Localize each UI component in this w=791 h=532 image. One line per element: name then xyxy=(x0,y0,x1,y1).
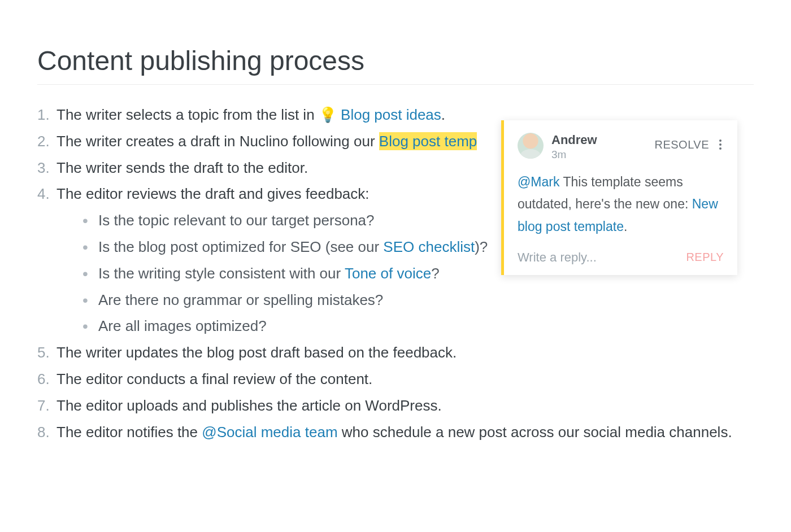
comment-actions: RESOLVE xyxy=(655,137,724,152)
check-text: Is the topic relevant to our target pers… xyxy=(98,212,375,229)
step-text: . xyxy=(441,106,445,123)
step-text: The editor conducts a final review of th… xyxy=(56,370,372,387)
step-item[interactable]: The editor uploads and publishes the art… xyxy=(37,393,754,419)
step-text: The editor reviews the draft and gives f… xyxy=(56,185,370,202)
check-text: Is the writing style consistent with our xyxy=(98,265,345,282)
step-text: The writer updates the blog post draft b… xyxy=(56,344,457,361)
step-text: The writer creates a draft in Nuclino fo… xyxy=(56,133,379,150)
more-icon[interactable] xyxy=(717,137,724,152)
check-item[interactable]: Are all images optimized? xyxy=(79,313,754,339)
step-text: The writer selects a topic from the list… xyxy=(56,106,341,123)
check-text: Are there no grammar or spelling mistake… xyxy=(98,291,383,308)
comment-body: @Mark This template seems outdated, here… xyxy=(518,171,724,237)
check-item[interactable]: Are there no grammar or spelling mistake… xyxy=(79,287,754,313)
comment-header: Andrew 3m RESOLVE xyxy=(518,133,724,161)
resolve-button[interactable]: RESOLVE xyxy=(655,138,710,151)
comment-head-text: Andrew 3m xyxy=(551,133,655,161)
check-text: ? xyxy=(431,265,439,282)
reply-input[interactable]: Write a reply... xyxy=(518,250,597,265)
avatar[interactable] xyxy=(518,133,544,159)
comment-footer: Write a reply... REPLY xyxy=(518,250,724,265)
step-text: The editor notifies the xyxy=(56,424,202,441)
step-item[interactable]: The editor conducts a final review of th… xyxy=(37,366,754,393)
reply-button[interactable]: REPLY xyxy=(686,251,724,264)
step-item[interactable]: The writer updates the blog post draft b… xyxy=(37,339,754,366)
step-item[interactable]: The editor notifies the @Social media te… xyxy=(37,419,754,446)
check-text: )? xyxy=(475,238,488,255)
comment-card: Andrew 3m RESOLVE @Mark This template se… xyxy=(501,120,737,275)
mention-social-media-team[interactable]: @Social media team xyxy=(202,424,337,441)
check-text: Is the blog post optimized for SEO (see … xyxy=(98,238,383,255)
step-text: who schedule a new post across our socia… xyxy=(338,424,732,441)
link-seo-checklist[interactable]: SEO checklist xyxy=(383,238,475,255)
comment-author: Andrew xyxy=(551,133,655,147)
comment-text: . xyxy=(624,219,627,234)
check-text: Are all images optimized? xyxy=(98,317,267,334)
comment-time: 3m xyxy=(551,149,655,161)
mention-mark[interactable]: @Mark xyxy=(518,175,559,189)
page-title: Content publishing process xyxy=(37,45,754,85)
step-text: The writer sends the draft to the editor… xyxy=(56,159,308,176)
highlighted-link-template[interactable]: Blog post temp xyxy=(379,132,477,150)
link-tone-of-voice[interactable]: Tone of voice xyxy=(345,265,431,282)
step-text: The editor uploads and publishes the art… xyxy=(56,397,442,414)
link-blog-post-ideas[interactable]: Blog post ideas xyxy=(341,106,441,123)
